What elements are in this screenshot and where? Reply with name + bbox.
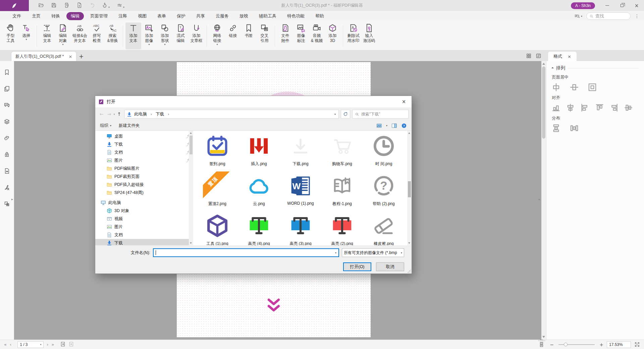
folder-tree-item[interactable]: 桌面 bbox=[95, 132, 193, 140]
section-collapse-icon[interactable] bbox=[551, 67, 554, 69]
ribbon-button[interactable]: 书签 bbox=[241, 22, 257, 49]
breadcrumb-item[interactable]: 下载 bbox=[155, 111, 165, 117]
document-tab[interactable]: 新人引导(1)_OCR(3).pdf * × bbox=[11, 52, 76, 61]
ribbon-button[interactable]: 添加图像▾ bbox=[141, 22, 157, 49]
ribbon-button[interactable]: T流式编辑 bbox=[173, 22, 189, 49]
center-vertical-icon[interactable] bbox=[570, 83, 579, 92]
file-item[interactable]: 置顶置顶2.png bbox=[197, 171, 238, 208]
scroll-up-icon[interactable] bbox=[542, 63, 545, 65]
zoom-in-icon[interactable]: + bbox=[599, 342, 603, 347]
menu-tab[interactable]: 帮助 bbox=[311, 12, 328, 20]
ribbon-button[interactable]: 图像标注 bbox=[293, 22, 309, 49]
last-page-icon[interactable]: » bbox=[51, 342, 54, 347]
comments-panel-button[interactable] bbox=[4, 102, 10, 109]
file-item[interactable]: 高亮 (2).png bbox=[321, 211, 363, 245]
find-options-button[interactable]: ▾ bbox=[574, 13, 582, 19]
zoom-slider[interactable] bbox=[558, 344, 595, 345]
folder-tree-item[interactable]: 3D 对象 bbox=[95, 207, 193, 215]
menu-tab[interactable]: 云服务 bbox=[211, 12, 233, 20]
ribbon-button[interactable]: 选择▾ bbox=[18, 22, 34, 49]
file-list-scrollbar[interactable] bbox=[407, 131, 412, 245]
folder-tree-item[interactable]: PDF插入超链接 bbox=[95, 181, 193, 189]
file-item[interactable]: WWORD (1).png bbox=[280, 171, 321, 208]
more-options-button[interactable]: ⋮ bbox=[635, 13, 639, 19]
folder-tree-scrollbar[interactable] bbox=[189, 131, 193, 245]
find-input[interactable]: 查找 bbox=[586, 12, 631, 20]
ribbon-button[interactable]: 网络链接▾ bbox=[209, 22, 225, 49]
file-item[interactable]: 教程-1.png bbox=[321, 171, 363, 208]
breadcrumb-item[interactable]: 此电脑 bbox=[133, 111, 148, 117]
file-item[interactable]: 云.png bbox=[238, 171, 280, 208]
ribbon-button[interactable]: 音频& 视频 bbox=[309, 22, 325, 49]
next-page-icon[interactable]: › bbox=[47, 342, 48, 347]
continuous-page-button[interactable] bbox=[538, 341, 545, 348]
dialog-search-box[interactable]: 搜索"下载" bbox=[352, 110, 409, 118]
open-button[interactable]: 打开(O) bbox=[343, 262, 371, 271]
align-vertical-center-icon[interactable] bbox=[566, 103, 575, 112]
folder-tree-item[interactable]: 下载 bbox=[95, 239, 193, 245]
menu-tab[interactable]: 主页 bbox=[28, 12, 45, 20]
folder-tree-item[interactable]: SP24 (47-48周) bbox=[95, 189, 193, 197]
menu-tab[interactable]: 视图 bbox=[133, 12, 151, 20]
organize-button[interactable]: 组织▾ bbox=[100, 123, 111, 129]
zoom-slider-knob[interactable] bbox=[564, 343, 568, 346]
view-pane-icon[interactable] bbox=[391, 123, 397, 128]
menu-tab[interactable]: 编辑 bbox=[66, 12, 84, 20]
menu-tab[interactable]: 文件 bbox=[8, 12, 25, 20]
ribbon-button[interactable]: 链接 bbox=[225, 22, 241, 49]
minimize-button[interactable] bbox=[600, 0, 614, 11]
file-item[interactable]: 插入.png bbox=[238, 132, 280, 168]
menu-tab[interactable]: 放映 bbox=[235, 12, 253, 20]
new-tab-button[interactable]: + bbox=[76, 52, 86, 61]
zoom-value-box[interactable]: 17.53% bbox=[607, 341, 631, 348]
file-item[interactable]: 购物车.png bbox=[321, 132, 363, 168]
menu-tab[interactable]: 特色功能 bbox=[283, 12, 309, 20]
folder-tree-item[interactable]: 此电脑 bbox=[95, 199, 193, 207]
align-left-icon[interactable] bbox=[581, 103, 589, 112]
ribbon-button[interactable]: 添加文章框 bbox=[189, 22, 204, 49]
view-options-icon[interactable]: ▾ bbox=[386, 124, 387, 127]
folder-tree-item[interactable]: 视频 bbox=[95, 215, 193, 223]
fullscreen-icon[interactable] bbox=[634, 342, 640, 347]
address-dropdown-icon[interactable]: ▾ bbox=[334, 113, 338, 116]
file-item[interactable]: 高亮 (4).png bbox=[238, 211, 280, 245]
menu-tab[interactable]: 表单 bbox=[153, 12, 170, 20]
distribute-vertical-icon[interactable] bbox=[552, 124, 560, 133]
ribbon-button[interactable]: 添加文本 bbox=[125, 22, 141, 49]
nav-history-icon[interactable]: ▾ bbox=[113, 113, 115, 116]
nav-back-icon[interactable]: ← bbox=[98, 111, 105, 117]
attachments-panel-button[interactable] bbox=[4, 135, 10, 142]
ribbon-button[interactable]: 添加3D bbox=[325, 22, 340, 49]
page-number-box[interactable]: 1 / 3 ▾ bbox=[17, 341, 44, 348]
ribbon-button[interactable]: 编辑文本 bbox=[39, 22, 55, 49]
panel-close-icon[interactable]: × bbox=[568, 54, 571, 59]
bookmarks-panel-button[interactable] bbox=[4, 69, 10, 77]
folder-tree-item[interactable]: 下载 bbox=[95, 140, 193, 148]
dialog-titlebar[interactable]: 打开 × bbox=[95, 96, 412, 107]
folder-tree-item[interactable]: PDF裁剪页面 bbox=[95, 172, 193, 181]
menu-tab[interactable]: 共享 bbox=[192, 12, 209, 20]
file-item[interactable]: 签到.png bbox=[197, 132, 238, 168]
articles-panel-button[interactable] bbox=[4, 201, 10, 208]
ribbon-button[interactable]: A删除试用水印 bbox=[345, 22, 361, 49]
ribbon-button[interactable]: 添加形状▾ bbox=[157, 22, 173, 49]
ribbon-button[interactable]: AB链接&合并文本 bbox=[71, 22, 89, 49]
save-button[interactable] bbox=[51, 2, 57, 9]
touch-mode-button[interactable]: ▾ bbox=[102, 2, 110, 9]
tab-grid-icon[interactable] bbox=[526, 53, 532, 59]
file-item[interactable]: 工具 (1).png bbox=[197, 211, 238, 245]
document-scrollbar[interactable] bbox=[541, 61, 546, 340]
folder-tree-item[interactable]: 文档 bbox=[95, 231, 193, 239]
cancel-button[interactable]: 取消 bbox=[376, 262, 404, 271]
view-thumbnails-icon[interactable] bbox=[376, 123, 382, 128]
menu-tab[interactable]: 页面管理 bbox=[86, 12, 112, 20]
folder-tree-item[interactable]: 文档 bbox=[95, 148, 193, 156]
filename-input[interactable]: ▾ bbox=[153, 248, 339, 257]
menu-tab[interactable]: 辅助工具 bbox=[255, 12, 281, 20]
file-item[interactable]: 橡皮擦.png bbox=[363, 211, 405, 245]
ribbon-button[interactable]: 文件附件 bbox=[277, 22, 293, 49]
zoom-out-icon[interactable]: − bbox=[550, 342, 554, 347]
menu-tab[interactable]: 注释 bbox=[114, 12, 131, 20]
align-right-icon[interactable] bbox=[610, 103, 618, 112]
align-horizontal-center-icon[interactable] bbox=[624, 103, 633, 112]
